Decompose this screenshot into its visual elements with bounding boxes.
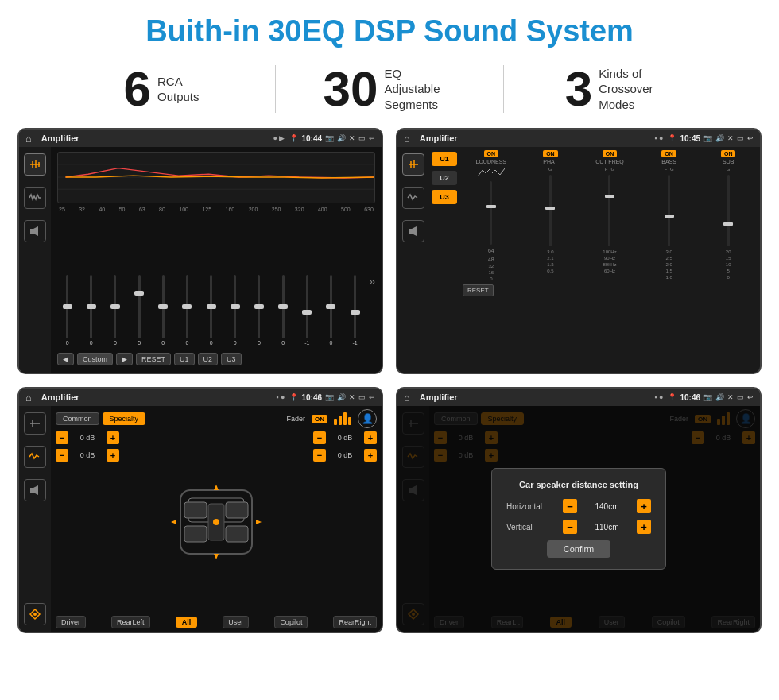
- svg-rect-12: [409, 229, 412, 234]
- cutfreq-slider-f[interactable]: [608, 175, 610, 246]
- horizontal-value: 140cm: [582, 502, 632, 511]
- time-2: 10:45: [680, 134, 700, 143]
- u2-btn[interactable]: U2: [432, 171, 457, 185]
- vertical-minus[interactable]: −: [563, 520, 577, 534]
- person-icon[interactable]: 👤: [358, 409, 377, 428]
- user-btn[interactable]: User: [223, 616, 249, 628]
- fader-on-badge[interactable]: ON: [312, 415, 327, 423]
- specialty-tab[interactable]: Specialty: [103, 412, 146, 425]
- copilot-btn[interactable]: Copilot: [274, 616, 308, 628]
- eq-slider-11[interactable]: -1: [297, 275, 317, 346]
- eq-slider-7[interactable]: 0: [201, 275, 221, 346]
- reset-btn-2[interactable]: RESET: [463, 284, 494, 296]
- loudness-on[interactable]: ON: [484, 150, 499, 157]
- u3-btn[interactable]: U3: [432, 190, 457, 204]
- x-icon-2: ✕: [727, 134, 734, 142]
- expand-icon[interactable]: »: [369, 275, 375, 288]
- side-icons-2: [397, 147, 429, 373]
- horizontal-minus[interactable]: −: [563, 499, 577, 513]
- u1-btn[interactable]: U1: [432, 152, 457, 166]
- home-icon-3[interactable]: ⌂: [25, 392, 32, 404]
- common-tab[interactable]: Common: [56, 412, 99, 425]
- plus-3[interactable]: +: [364, 431, 377, 444]
- speaker-icon-2[interactable]: [402, 220, 424, 242]
- wave-icon-3[interactable]: [24, 446, 46, 468]
- wave-icon[interactable]: [24, 187, 46, 209]
- wave-icon-2[interactable]: [402, 187, 424, 209]
- phat-on[interactable]: ON: [543, 150, 558, 157]
- stat-crossover: 3 Kinds ofCrossover Modes: [504, 64, 731, 114]
- all-btn[interactable]: All: [176, 617, 198, 628]
- screen1-content: 253240506380100125160200250320400500630 …: [19, 147, 382, 373]
- screen1-title: Amplifier: [41, 133, 269, 143]
- vertical-plus[interactable]: +: [637, 520, 651, 534]
- eq-slider-13[interactable]: -1: [345, 275, 365, 346]
- rearright-btn[interactable]: RearRight: [333, 616, 377, 628]
- eq-slider-12[interactable]: 0: [321, 275, 341, 346]
- sub-slider[interactable]: [727, 175, 730, 246]
- sub-on[interactable]: ON: [721, 150, 736, 157]
- eq-slider-5[interactable]: 0: [153, 275, 173, 346]
- minus-3[interactable]: −: [313, 431, 326, 444]
- home-icon-4[interactable]: ⌂: [404, 392, 410, 404]
- minus-4[interactable]: −: [313, 449, 326, 462]
- phat-slider[interactable]: [549, 175, 552, 246]
- reset-btn-1[interactable]: RESET: [136, 353, 171, 365]
- home-icon-1[interactable]: ⌂: [25, 133, 32, 145]
- home-icon-2[interactable]: ⌂: [404, 133, 410, 145]
- stats-row: 6 RCAOutputs 30 EQ AdjustableSegments 3 …: [0, 56, 779, 125]
- x-icon-4: ✕: [727, 393, 734, 401]
- u2-btn-1[interactable]: U2: [198, 353, 219, 365]
- bass-slider[interactable]: [668, 175, 670, 246]
- custom-btn[interactable]: Custom: [77, 353, 113, 365]
- minus-1[interactable]: −: [56, 431, 68, 444]
- rearleft-btn[interactable]: RearLeft: [111, 616, 150, 628]
- eq-slider-1[interactable]: 0: [57, 275, 77, 346]
- eq-icon-3[interactable]: [24, 412, 46, 435]
- horizontal-plus[interactable]: +: [637, 499, 651, 513]
- plus-1[interactable]: +: [107, 431, 119, 444]
- dialog-box: Car speaker distance setting Horizontal …: [491, 468, 666, 570]
- svg-rect-25: [226, 526, 248, 542]
- loudness-curve: [478, 167, 505, 178]
- u-col: U1 U2 U3: [429, 147, 459, 373]
- eq-slider-6[interactable]: 0: [177, 275, 197, 346]
- eq-slider-9[interactable]: 0: [249, 275, 269, 346]
- screen-3: ⌂ Amplifier ▪ ● 📍 10:46 📷 🔊 ✕ ▭ ↩: [17, 387, 383, 633]
- minus-2[interactable]: −: [56, 449, 68, 462]
- pin-icon-2: 📍: [668, 134, 676, 142]
- page-title: Buith-in 30EQ DSP Sound System: [0, 0, 779, 56]
- svg-marker-31: [256, 520, 262, 524]
- back-icon-2: ↩: [747, 134, 754, 142]
- confirm-button[interactable]: Confirm: [547, 540, 610, 558]
- u3-btn-1[interactable]: U3: [221, 353, 242, 365]
- plus-2[interactable]: +: [107, 449, 119, 462]
- stat-number-3: 3: [565, 64, 592, 114]
- bass-on[interactable]: ON: [661, 150, 676, 157]
- phat-col: ON PHAT G 3.0 2.1 1.3 0.5: [522, 150, 579, 281]
- eq-slider-8[interactable]: 0: [225, 275, 245, 346]
- eq-slider-10[interactable]: 0: [273, 275, 293, 346]
- loudness-slider[interactable]: [490, 181, 492, 245]
- expand-icon-3[interactable]: [24, 603, 46, 625]
- driver-btn[interactable]: Driver: [56, 616, 86, 628]
- rect-icon-2: ▭: [737, 134, 744, 142]
- plus-4[interactable]: +: [364, 449, 377, 462]
- eq-slider-2[interactable]: 0: [81, 275, 101, 346]
- db-val-4: 0 dB: [328, 451, 362, 459]
- amp2-bottom: RESET: [463, 284, 757, 296]
- eq-icon-2[interactable]: [402, 153, 424, 176]
- eq-slider-4[interactable]: 5: [130, 275, 149, 346]
- back-icon-4: ↩: [747, 393, 754, 401]
- rect-icon-1: ▭: [358, 134, 366, 142]
- eq-slider-3[interactable]: 0: [105, 275, 125, 346]
- u1-btn-1[interactable]: U1: [174, 353, 195, 365]
- eq-icon[interactable]: [24, 153, 46, 176]
- next-btn[interactable]: ▶: [116, 353, 133, 365]
- cutfreq-on[interactable]: ON: [603, 150, 618, 157]
- svg-rect-24: [184, 526, 207, 542]
- speaker-icon-3[interactable]: [24, 479, 46, 501]
- speaker-icon[interactable]: [24, 220, 46, 242]
- prev-btn[interactable]: ◀: [57, 353, 74, 365]
- status-icons-1: 📍 10:44 📷 🔊 ✕ ▭ ↩: [289, 134, 375, 143]
